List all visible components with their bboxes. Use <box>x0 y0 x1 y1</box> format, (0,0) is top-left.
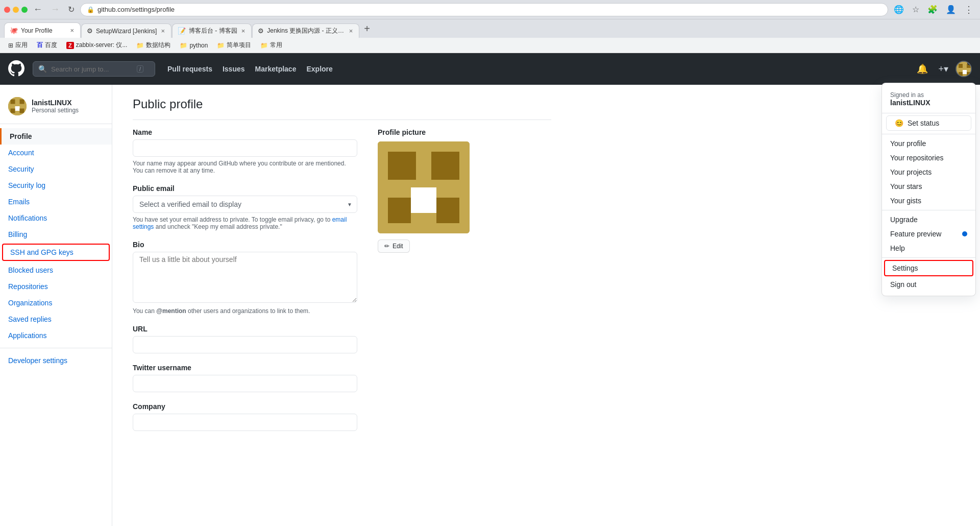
name-input[interactable] <box>133 139 357 157</box>
close-btn[interactable] <box>4 7 10 13</box>
dropdown-item-upgrade[interactable]: Upgrade <box>882 212 975 227</box>
sidebar-item-account[interactable]: Account <box>0 145 112 161</box>
nav-pull-requests[interactable]: Pull requests <box>163 61 216 77</box>
form-column: Name Your name may appear around GitHub … <box>133 128 357 441</box>
sidebar-item-developer-settings[interactable]: Developer settings <box>0 352 112 369</box>
github-logo[interactable] <box>8 60 24 78</box>
create-btn[interactable]: +▾ <box>935 60 951 78</box>
url-label: URL <box>133 325 357 333</box>
extension-btn[interactable]: 🧩 <box>925 4 940 15</box>
new-tab-btn[interactable]: + <box>360 21 374 37</box>
github-search[interactable]: 🔍 / <box>33 61 155 77</box>
profile-picture-section: Profile picture <box>378 128 480 441</box>
sidebar-item-security[interactable]: Security <box>0 161 112 177</box>
common-bookmark[interactable]: 📁 常用 <box>256 40 286 51</box>
sidebar-item-security-log[interactable]: Security log <box>0 177 112 194</box>
name-group: Name Your name may appear around GitHub … <box>133 128 357 174</box>
tab-setup-wizard[interactable]: ⚙ SetupWizard [Jenkins] × <box>81 23 172 38</box>
reload-btn[interactable]: ↻ <box>65 4 77 15</box>
sidebar-item-saved-replies[interactable]: Saved replies <box>0 311 112 327</box>
edit-picture-btn[interactable]: ✏ Edit <box>378 240 410 253</box>
maximize-btn[interactable] <box>21 7 28 13</box>
sidebar-item-applications[interactable]: Applications <box>0 327 112 344</box>
sidebar-item-emails[interactable]: Emails <box>0 194 112 210</box>
tab-close-3[interactable]: × <box>240 27 247 35</box>
baidu-label: 百度 <box>45 41 57 50</box>
window-controls <box>4 7 28 13</box>
dropdown-item-your-stars[interactable]: Your stars <box>882 179 975 194</box>
dropdown-item-your-profile[interactable]: Your profile <box>882 136 975 151</box>
search-input[interactable] <box>51 65 133 73</box>
minimize-btn[interactable] <box>13 7 19 13</box>
sidebar-item-ssh-gpg[interactable]: SSH and GPG keys <box>2 244 110 261</box>
url-text: github.com/settings/profile <box>97 6 175 13</box>
tab-title-1: Your Profile <box>21 27 66 34</box>
apps-bookmark[interactable]: ⊞ 应用 <box>4 40 32 51</box>
sidebar-item-repositories[interactable]: Repositories <box>0 278 112 295</box>
tab-jenkins[interactable]: ⚙ Jenkins 更换国内源 - 正义的伙... × <box>252 23 359 38</box>
translate-btn[interactable]: 🌐 <box>891 4 906 15</box>
forward-btn[interactable]: → <box>48 3 62 16</box>
sidebar: lanistLINUX Personal settings Profile Ac… <box>0 85 112 526</box>
zabbix-bookmark[interactable]: Z zabbix-server: 仪... <box>62 40 131 51</box>
tabs-bar: 🐙 Your Profile × ⚙ SetupWizard [Jenkins]… <box>0 19 980 38</box>
sidebar-item-profile[interactable]: Profile <box>0 128 112 145</box>
feature-preview-row[interactable]: Feature preview <box>882 227 975 241</box>
dropdown-item-help[interactable]: Help <box>882 241 975 255</box>
folder-icon-2: 📁 <box>180 42 187 49</box>
notifications-btn[interactable]: 🔔 <box>914 60 931 78</box>
page-title: Public profile <box>133 97 551 120</box>
tab-close-1[interactable]: × <box>69 27 75 34</box>
email-select[interactable]: Select a verified email to display <box>133 196 357 213</box>
dropdown-item-your-projects[interactable]: Your projects <box>882 165 975 179</box>
profile-btn[interactable]: 👤 <box>943 4 959 15</box>
set-status-btn[interactable]: 😊 Set status <box>886 115 971 131</box>
nav-issues[interactable]: Issues <box>218 61 249 77</box>
back-btn[interactable]: ← <box>31 3 45 16</box>
email-help: You have set your email address to priva… <box>133 216 357 230</box>
nav-explore[interactable]: Explore <box>302 61 336 77</box>
bio-help: You can @mention other users and organiz… <box>133 307 357 315</box>
avatar-badge <box>967 61 972 65</box>
tab-close-4[interactable]: × <box>348 27 354 35</box>
email-help-text: You have set your email address to priva… <box>133 216 330 223</box>
set-status-label: Set status <box>908 119 939 127</box>
dropdown-item-your-gists[interactable]: Your gists <box>882 194 975 208</box>
bio-label: Bio <box>133 241 357 249</box>
tab-blog[interactable]: 📝 博客后台 - 博客园 × <box>172 23 252 38</box>
address-bar[interactable]: 🔒 github.com/settings/profile <box>80 3 888 16</box>
svg-rect-10 <box>11 109 15 113</box>
more-btn[interactable]: ⋮ <box>962 3 976 16</box>
sidebar-item-organizations[interactable]: Organizations <box>0 295 112 311</box>
baidu-bookmark[interactable]: 百 百度 <box>33 40 61 51</box>
simple-project-bookmark[interactable]: 📁 简单项目 <box>213 40 255 51</box>
search-icon: 🔍 <box>38 65 47 73</box>
svg-rect-1 <box>959 64 963 68</box>
lock-icon: 🔒 <box>87 6 94 13</box>
bookmark-star-btn[interactable]: ☆ <box>910 4 922 15</box>
dropdown-item-your-repositories[interactable]: Your repositories <box>882 151 975 165</box>
tab-close-2[interactable]: × <box>160 27 166 35</box>
dropdown-item-sign-out[interactable]: Sign out <box>882 277 975 292</box>
public-email-group: Public email Select a verified email to … <box>133 184 357 230</box>
company-input[interactable] <box>133 414 357 431</box>
datastructure-bookmark[interactable]: 📁 数据结构 <box>132 40 175 51</box>
tab-your-profile[interactable]: 🐙 Your Profile × <box>4 22 81 38</box>
datastructure-label: 数据结构 <box>146 41 170 50</box>
nav-marketplace[interactable]: Marketplace <box>251 61 301 77</box>
emoji-icon: 😊 <box>895 119 903 127</box>
twitter-input[interactable] <box>133 375 357 392</box>
bio-input[interactable] <box>133 252 357 303</box>
sidebar-item-billing[interactable]: Billing <box>0 226 112 243</box>
twitter-group: Twitter username <box>133 364 357 392</box>
dropdown-divider-1 <box>882 113 975 113</box>
url-input[interactable] <box>133 336 357 353</box>
python-bookmark[interactable]: 📁 python <box>176 41 212 50</box>
user-avatar-header[interactable] <box>955 61 972 77</box>
svg-rect-8 <box>20 100 24 104</box>
sidebar-item-blocked-users[interactable]: Blocked users <box>0 262 112 278</box>
sidebar-item-notifications[interactable]: Notifications <box>0 210 112 226</box>
dropdown-item-settings[interactable]: Settings <box>884 260 973 276</box>
main-content: Public profile Name Your name may appear… <box>112 85 572 526</box>
email-help-text2: and uncheck "Keep my email address priva… <box>156 223 282 230</box>
